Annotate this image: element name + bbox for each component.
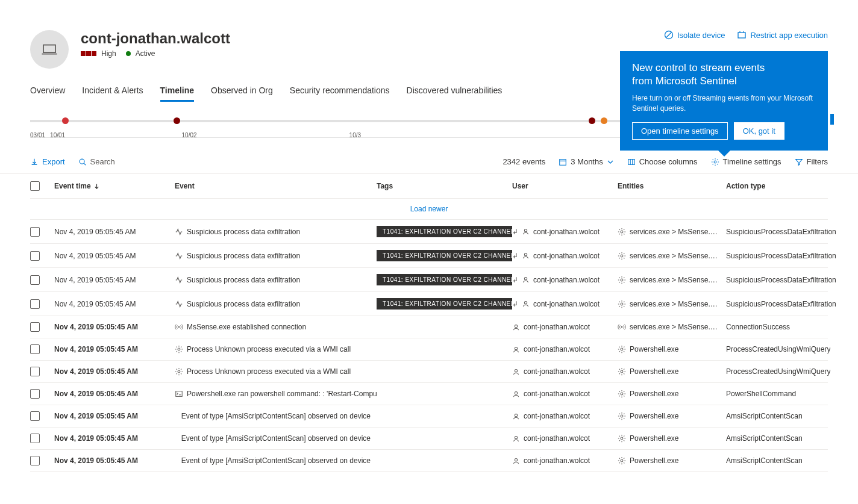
cell-time: Nov 4, 2019 05:05:45 AM [54, 300, 175, 308]
cell-time: Nov 4, 2019 05:05:45 AM [54, 390, 175, 398]
row-checkbox[interactable] [30, 411, 40, 421]
table-row[interactable]: Nov 4, 2019 05:05:45 AMSuspicious proces… [30, 220, 828, 244]
table-row[interactable]: Nov 4, 2019 05:05:45 AMPowershell.exe ra… [30, 383, 828, 405]
cell-time: Nov 4, 2019 05:05:45 AM [54, 228, 175, 236]
gear-icon [618, 228, 626, 236]
header-actions: Isolate device Restrict app execution [664, 30, 828, 40]
table-row[interactable]: Nov 4, 2019 05:05:45 AMEvent of type [Am… [30, 405, 828, 428]
select-all-checkbox[interactable] [30, 181, 40, 191]
row-checkbox[interactable] [30, 367, 40, 376]
block-icon [664, 30, 674, 40]
restrict-app-button[interactable]: Restrict app execution [737, 30, 828, 40]
tab-incident-alerts[interactable]: Incident & Alerts [82, 81, 143, 102]
device-avatar [30, 30, 69, 69]
row-checkbox[interactable] [30, 275, 40, 285]
date-range-picker[interactable]: 3 Months [559, 157, 613, 166]
ok-got-it-button[interactable]: OK, got it [734, 122, 784, 140]
table-row[interactable]: Nov 4, 2019 05:05:45 AMSuspicious proces… [30, 292, 828, 316]
tab-observed-in-org[interactable]: Observed in Org [211, 81, 273, 102]
cell-entities: services.exe > MsSense.exe [618, 252, 726, 260]
columns-icon [627, 158, 636, 166]
cell-tags: T1041: EXFILTRATION OVER C2 CHANNEL [377, 226, 512, 237]
cell-entities: Powershell.exe [618, 456, 726, 465]
settings-label: Timeline settings [723, 157, 781, 166]
table-header: Event time Event Tags User Entities Acti… [30, 174, 828, 199]
timeline-dot[interactable] [589, 117, 595, 124]
user-icon [522, 276, 530, 284]
gear-icon [175, 367, 183, 376]
row-checkbox[interactable] [30, 322, 40, 332]
table-row[interactable]: Nov 4, 2019 05:05:45 AMEvent of type [Am… [30, 450, 828, 472]
table-row[interactable]: Nov 4, 2019 05:05:45 AMProcess Unknown p… [30, 338, 828, 361]
cell-user: cont-jonathan.wolcot [512, 323, 618, 331]
severity-bars [81, 51, 96, 56]
choose-columns-button[interactable]: Choose columns [627, 157, 698, 166]
cell-event: Process Unknown process executed via a W… [175, 367, 377, 376]
row-checkbox[interactable] [30, 434, 40, 443]
cell-entities: Powershell.exe [618, 345, 726, 353]
user-icon [512, 346, 520, 353]
mitre-tag: T1041: EXFILTRATION OVER C2 CHANNEL [377, 298, 512, 310]
cell-user: ↲cont-jonathan.wolcot [512, 252, 618, 260]
table-row[interactable]: Nov 4, 2019 05:05:45 AMMsSense.exe estab… [30, 316, 828, 338]
open-timeline-settings-button[interactable]: Open timeline settings [632, 122, 728, 140]
table-row[interactable]: Nov 4, 2019 05:05:45 AMSuspicious proces… [30, 268, 828, 292]
cell-entities: services.exe > MsSense.exe [618, 228, 726, 236]
cell-action: AmsiScriptContentScan [726, 412, 858, 420]
cell-time: Nov 4, 2019 05:05:45 AM [54, 412, 175, 420]
filters-button[interactable]: Filters [795, 157, 828, 166]
activity-icon [175, 276, 183, 284]
callout-title-line2: from Microsoft Sentinel [632, 75, 816, 87]
timeline-dot[interactable] [601, 117, 607, 124]
export-button[interactable]: Export [30, 157, 65, 166]
timeline-label: 03/01 [30, 132, 45, 138]
tab-timeline[interactable]: Timeline [160, 81, 195, 102]
cell-event: Event of type [AmsiScriptContentScan] ob… [175, 456, 377, 465]
laptop-icon [40, 40, 58, 58]
cell-entities: Powershell.exe [618, 434, 726, 443]
flow-icon: ↲ [512, 252, 518, 260]
range-label: 3 Months [571, 157, 603, 166]
col-entities[interactable]: Entities [618, 181, 726, 191]
timeline-settings-button[interactable]: Timeline settings [711, 157, 781, 166]
col-event-time[interactable]: Event time [54, 181, 175, 191]
col-tags[interactable]: Tags [377, 181, 512, 191]
row-checkbox[interactable] [30, 251, 40, 261]
timeline-dot[interactable] [174, 117, 180, 124]
cell-action: ProcessCreatedUsingWmiQuery [726, 367, 858, 376]
gear-icon [618, 434, 626, 443]
user-icon [522, 252, 530, 260]
activity-icon [175, 252, 183, 260]
cell-action: SuspiciousProcessDataExfiltration [726, 300, 858, 308]
row-checkbox[interactable] [30, 456, 40, 465]
row-checkbox[interactable] [30, 344, 40, 354]
gear-icon [618, 456, 626, 465]
row-checkbox[interactable] [30, 227, 40, 237]
tab-overview[interactable]: Overview [30, 81, 65, 102]
sentinel-callout: New control to stream events from Micros… [620, 51, 828, 151]
isolate-device-button[interactable]: Isolate device [664, 30, 725, 40]
tab-security-recommendations[interactable]: Security recommendations [290, 81, 390, 102]
user-icon [522, 300, 530, 308]
tab-discovered-vulnerabilities[interactable]: Discovered vulnerabilities [407, 81, 503, 102]
cell-action: ConnectionSuccess [726, 323, 858, 331]
row-checkbox[interactable] [30, 389, 40, 399]
cell-event: Powershell.exe ran powershell command: :… [175, 390, 377, 398]
col-event[interactable]: Event [175, 181, 377, 191]
search-button[interactable]: Search [78, 157, 115, 166]
export-label: Export [42, 157, 65, 166]
table-row[interactable]: Nov 4, 2019 05:05:45 AMEvent of type [Am… [30, 428, 828, 450]
cell-user: cont-jonathan.wolcot [512, 390, 618, 398]
row-checkbox[interactable] [30, 299, 40, 309]
table-row[interactable]: Nov 4, 2019 05:05:45 AMProcess Unknown p… [30, 361, 828, 383]
device-info: cont-jonathan.walcott High Active [81, 30, 230, 58]
col-user[interactable]: User [512, 181, 618, 191]
timeline-dot[interactable] [62, 117, 69, 124]
load-newer-link[interactable]: Load newer [30, 199, 828, 220]
cell-user: cont-jonathan.wolcot [512, 345, 618, 353]
table-row[interactable]: Nov 4, 2019 05:05:45 AMSuspicious proces… [30, 244, 828, 268]
col-action[interactable]: Action type [726, 181, 858, 191]
timeline-handle[interactable] [830, 114, 834, 125]
timeline-label: 10/3 [349, 132, 361, 138]
cell-user: ↲cont-jonathan.wolcot [512, 228, 618, 236]
